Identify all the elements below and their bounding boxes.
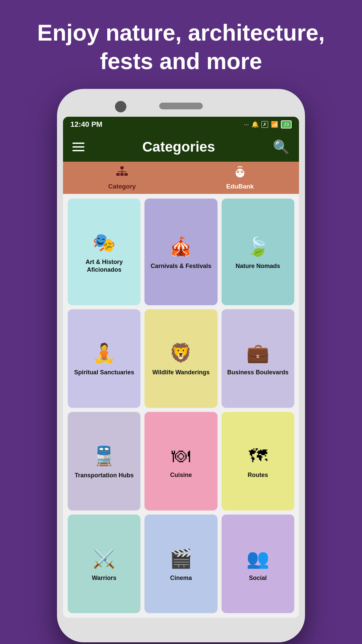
category-card-wildlife[interactable]: 🦁 Wildlife Wanderings bbox=[144, 309, 217, 408]
bell-icon: 🔔 bbox=[251, 121, 259, 128]
status-icons: ··· 🔔 ✗ 📶 23 bbox=[244, 120, 292, 128]
category-card-business[interactable]: 💼 Business Boulevards bbox=[222, 309, 294, 408]
category-card-nature-nomads[interactable]: 🍃 Nature Nomads bbox=[222, 199, 294, 305]
category-card-spiritual[interactable]: 🧘 Spiritual Sanctuaries bbox=[68, 309, 140, 408]
svg-point-9 bbox=[237, 171, 239, 172]
social-icon: 👥 bbox=[246, 548, 269, 570]
svg-rect-0 bbox=[120, 166, 124, 169]
status-time: 12:40 PM bbox=[70, 120, 102, 129]
category-card-transportation[interactable]: 🚆 Transportation Hubs bbox=[68, 412, 140, 511]
hamburger-line-3 bbox=[72, 150, 84, 151]
art-history-icon: 🎭 bbox=[93, 232, 116, 254]
category-tab-label: Category bbox=[108, 183, 136, 190]
warriors-icon: ⚔️ bbox=[93, 548, 116, 570]
svg-point-6 bbox=[236, 169, 244, 177]
hero-section: Enjoy nature, architecture, fests and mo… bbox=[0, 0, 362, 89]
cinema-label: Cinema bbox=[170, 574, 192, 582]
app-title: Categories bbox=[142, 139, 215, 155]
category-card-carnivals[interactable]: 🎪 Carnivals & Festivals bbox=[144, 199, 217, 305]
categories-grid: 🎭 Art & History Aficionados 🎪 Carnivals … bbox=[63, 194, 299, 618]
battery-icon: 23 bbox=[281, 120, 292, 128]
tab-category[interactable]: Category bbox=[63, 162, 181, 194]
status-bar: 12:40 PM ··· 🔔 ✗ 📶 23 bbox=[63, 117, 299, 132]
cinema-icon: 🎬 bbox=[169, 548, 192, 570]
category-card-cuisine[interactable]: 🍽 Cuisine bbox=[144, 412, 217, 511]
app-header: Categories 🔍 bbox=[63, 132, 299, 162]
wildlife-icon: 🦁 bbox=[169, 342, 192, 364]
edubank-tab-label: EduBank bbox=[226, 183, 254, 190]
category-tab-icon bbox=[116, 166, 128, 181]
hamburger-line-1 bbox=[72, 143, 84, 144]
carnivals-label: Carnivals & Festivals bbox=[150, 262, 211, 270]
svg-point-10 bbox=[241, 171, 243, 172]
category-card-cinema[interactable]: 🎬 Cinema bbox=[144, 515, 217, 613]
warriors-label: Warriors bbox=[92, 574, 116, 582]
business-label: Business Boulevards bbox=[227, 369, 289, 376]
nature-nomads-label: Nature Nomads bbox=[236, 262, 280, 270]
phone-screen: 12:40 PM ··· 🔔 ✗ 📶 23 Categories 🔍 bbox=[63, 117, 299, 618]
hero-text: Enjoy nature, architecture, fests and mo… bbox=[27, 18, 335, 75]
tab-bar: Category EduBank bbox=[63, 162, 299, 194]
spiritual-icon: 🧘 bbox=[93, 342, 116, 364]
tab-edubank[interactable]: EduBank bbox=[181, 162, 299, 194]
carnivals-icon: 🎪 bbox=[169, 236, 192, 258]
transportation-icon: 🚆 bbox=[93, 445, 116, 467]
category-card-art-history[interactable]: 🎭 Art & History Aficionados bbox=[68, 199, 140, 305]
svg-rect-3 bbox=[124, 173, 128, 176]
dots-icon: ··· bbox=[244, 121, 249, 128]
category-card-routes[interactable]: 🗺 Routes bbox=[222, 412, 294, 511]
svg-rect-2 bbox=[120, 173, 124, 176]
routes-icon: 🗺 bbox=[249, 445, 267, 467]
cuisine-icon: 🍽 bbox=[172, 445, 190, 467]
phone-bezel-bottom bbox=[63, 618, 299, 636]
social-label: Social bbox=[249, 574, 267, 582]
wildlife-label: Wildlife Wanderings bbox=[152, 369, 209, 376]
cuisine-label: Cuisine bbox=[170, 471, 192, 479]
category-card-warriors[interactable]: ⚔️ Warriors bbox=[68, 515, 140, 613]
speaker-grille bbox=[159, 103, 203, 109]
phone-frame: 12:40 PM ··· 🔔 ✗ 📶 23 Categories 🔍 bbox=[57, 89, 305, 642]
phone-bezel-top bbox=[63, 95, 299, 117]
spiritual-label: Spiritual Sanctuaries bbox=[74, 369, 134, 376]
business-icon: 💼 bbox=[246, 342, 269, 364]
front-camera bbox=[115, 101, 126, 112]
category-card-social[interactable]: 👥 Social bbox=[222, 515, 294, 613]
routes-label: Routes bbox=[248, 471, 268, 479]
svg-rect-1 bbox=[116, 173, 120, 176]
nature-nomads-icon: 🍃 bbox=[246, 236, 269, 258]
search-button[interactable]: 🔍 bbox=[273, 139, 290, 155]
wifi-icon: 📶 bbox=[271, 121, 278, 128]
transportation-label: Transportation Hubs bbox=[75, 472, 134, 479]
sim-icon: ✗ bbox=[261, 121, 268, 128]
art-history-label: Art & History Aficionados bbox=[70, 258, 138, 274]
edubank-tab-icon bbox=[234, 166, 246, 181]
hamburger-line-2 bbox=[72, 146, 84, 148]
hamburger-button[interactable] bbox=[72, 143, 84, 151]
